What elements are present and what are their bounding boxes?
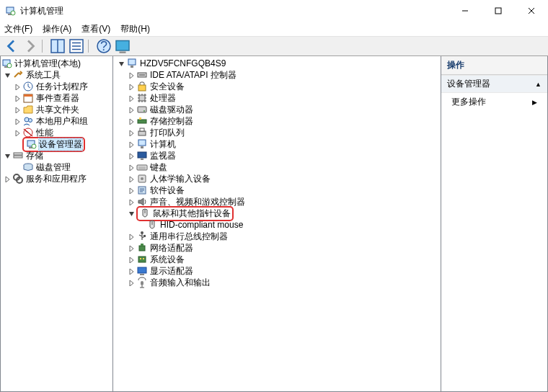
twisty-closed-icon[interactable]	[126, 93, 136, 103]
ide-icon	[136, 69, 148, 81]
tree-label: 磁盘管理	[36, 161, 71, 174]
toolbar-separator	[88, 40, 92, 53]
device-item-network[interactable]: 网络适配器	[116, 242, 441, 254]
device-item-mouse[interactable]: 鼠标和其他指针设备	[116, 208, 441, 219]
maximize-button[interactable]	[482, 0, 515, 22]
disk-icon	[22, 161, 34, 173]
twisty-closed-icon[interactable]	[12, 128, 22, 138]
twisty-closed-icon[interactable]	[126, 197, 136, 207]
device-item-display[interactable]: 显示适配器	[116, 265, 441, 277]
twisty-closed-icon[interactable]	[2, 174, 12, 184]
device-item-usb[interactable]: 通用串行总线控制器	[116, 231, 441, 242]
device-label: 键盘	[150, 161, 167, 174]
app-icon	[4, 5, 16, 17]
storage-icon	[12, 150, 24, 161]
network-icon	[136, 242, 148, 254]
tree-item-root[interactable]: 计算机管理(本地)	[1, 58, 112, 69]
twisty-closed-icon[interactable]	[126, 70, 136, 80]
tree-item-local-users[interactable]: 本地用户和组	[1, 115, 112, 127]
panes-button[interactable]	[49, 38, 66, 54]
actions-pane: 操作 设备管理器 ▲ 更多操作 ▶	[441, 56, 548, 392]
device-item-software[interactable]: 软件设备	[116, 184, 441, 196]
twisty-closed-icon[interactable]	[126, 151, 136, 161]
tree-label: 共享文件夹	[36, 104, 79, 116]
menu-file[interactable]: 文件(F)	[4, 23, 32, 35]
twisty-open-icon[interactable]	[116, 58, 126, 68]
device-item-security[interactable]: 安全设备	[116, 81, 441, 92]
menu-action[interactable]: 操作(A)	[43, 23, 71, 35]
minimize-button[interactable]	[448, 0, 482, 22]
device-item-keyboard[interactable]: 键盘	[116, 161, 441, 173]
printer-icon	[136, 127, 148, 138]
services-icon	[12, 173, 24, 184]
twisty-closed-icon[interactable]	[12, 116, 22, 126]
help-button[interactable]	[95, 38, 112, 54]
twisty-closed-icon[interactable]	[126, 174, 136, 184]
tree-item-system-tools[interactable]: 系统工具	[1, 69, 112, 81]
back-button[interactable]	[3, 38, 20, 54]
device-item-audio[interactable]: 音频输入和输出	[116, 277, 441, 288]
device-label: 网络适配器	[150, 242, 193, 254]
tree-item-shared-folders[interactable]: 共享文件夹	[1, 104, 112, 115]
twisty-closed-icon[interactable]	[126, 266, 136, 276]
keyboard-icon	[136, 161, 148, 173]
device-item-hid[interactable]: 人体学输入设备	[116, 173, 441, 184]
device-item-storage-ctrl[interactable]: 存储控制器	[116, 115, 441, 127]
tree-item-task-scheduler[interactable]: 任务计划程序	[1, 81, 112, 92]
actions-section[interactable]: 设备管理器 ▲	[441, 75, 547, 93]
toolbar	[0, 36, 548, 56]
twisty-open-icon[interactable]	[126, 208, 136, 218]
device-tree-pane: HZDV5FCNFGQB4S9 IDE ATA/ATAPI 控制器 安全设备 处…	[113, 56, 441, 392]
twisty-closed-icon[interactable]	[126, 104, 136, 115]
device-item-monitor[interactable]: 监视器	[116, 150, 441, 161]
twisty-closed-icon[interactable]	[12, 81, 22, 92]
twisty-closed-icon[interactable]	[12, 104, 22, 115]
tree-item-disk-management[interactable]: 磁盘管理	[1, 161, 112, 173]
twisty-open-icon[interactable]	[2, 70, 12, 80]
mouse-icon	[146, 219, 158, 231]
tree-item-device-manager[interactable]: 设备管理器	[1, 138, 112, 150]
device-item-root[interactable]: HZDV5FCNFGQB4S9	[116, 58, 441, 69]
device-item-system-devices[interactable]: 系统设备	[116, 254, 441, 265]
folder-icon	[22, 104, 34, 115]
device-label: 软件设备	[150, 184, 185, 197]
forward-button[interactable]	[22, 38, 39, 54]
device-item-hid-mouse[interactable]: HID-compliant mouse	[116, 219, 441, 231]
twisty-closed-icon[interactable]	[126, 128, 136, 138]
device-item-computer[interactable]: 计算机	[116, 138, 441, 150]
twisty-closed-icon[interactable]	[126, 243, 136, 253]
hid-icon	[136, 173, 148, 184]
menu-help[interactable]: 帮助(H)	[120, 23, 150, 35]
device-label: 显示适配器	[150, 265, 193, 277]
event-icon	[22, 92, 34, 104]
twisty-closed-icon[interactable]	[126, 185, 136, 195]
close-button[interactable]	[515, 0, 548, 22]
device-item-cpu[interactable]: 处理器	[116, 92, 441, 104]
cpu-icon	[136, 92, 148, 104]
actions-more-link[interactable]: 更多操作 ▶	[441, 93, 547, 111]
display-icon	[136, 265, 148, 277]
tree-item-event-viewer[interactable]: 事件查看器	[1, 92, 112, 104]
users-icon	[22, 115, 34, 127]
twisty-closed-icon[interactable]	[126, 162, 136, 172]
toolbar-separator	[42, 40, 46, 53]
twisty-closed-icon[interactable]	[126, 231, 136, 241]
twisty-closed-icon[interactable]	[126, 139, 136, 149]
device-item-disk[interactable]: 磁盘驱动器	[116, 104, 441, 115]
audio-icon	[136, 277, 148, 288]
tree-item-services[interactable]: 服务和应用程序	[1, 173, 112, 184]
twisty-closed-icon[interactable]	[126, 81, 136, 92]
details-button[interactable]	[68, 38, 85, 54]
menu-view[interactable]: 查看(V)	[81, 23, 110, 35]
device-item-print-queue[interactable]: 打印队列	[116, 127, 441, 138]
twisty-closed-icon[interactable]	[126, 277, 136, 288]
device-label: 鼠标和其他指针设备	[153, 208, 231, 220]
twisty-closed-icon[interactable]	[126, 116, 136, 126]
device-label: 磁盘驱动器	[150, 104, 193, 116]
twisty-closed-icon[interactable]	[126, 254, 136, 264]
screen-button[interactable]	[114, 38, 131, 54]
twisty-closed-icon[interactable]	[12, 93, 22, 103]
twisty-open-icon[interactable]	[2, 151, 12, 161]
device-label: 通用串行总线控制器	[150, 231, 228, 243]
device-item-ide[interactable]: IDE ATA/ATAPI 控制器	[116, 69, 441, 81]
